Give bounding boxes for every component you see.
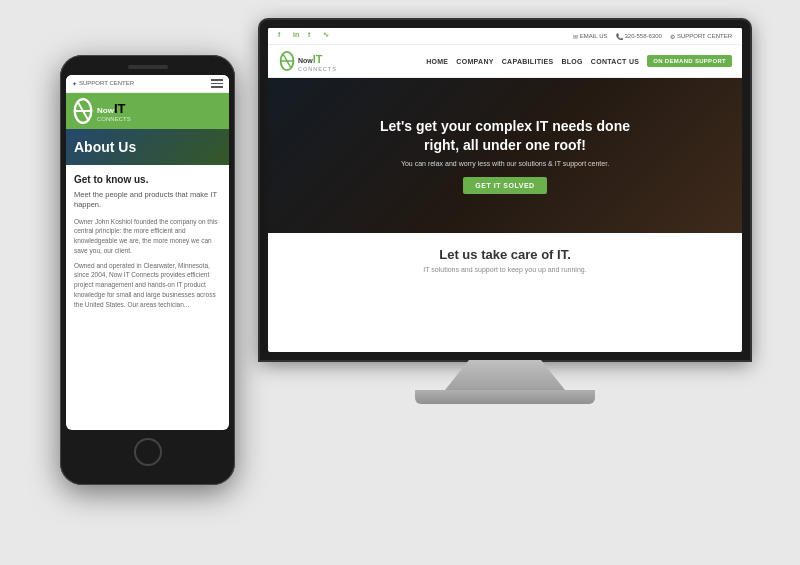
phone-heading: Get to know us.	[74, 173, 221, 187]
hero-subtitle: You can relax and worry less with our so…	[401, 160, 609, 167]
phone-screen: ✦ SUPPORT CENTER NowIT	[66, 75, 229, 430]
phone-home-button[interactable]	[134, 438, 162, 466]
nav-contact[interactable]: CONTACT US	[591, 58, 639, 65]
monitor-screen-wrapper: f in t ∿ ✉ EMAIL US 📞 320-558-6300 ⚙ SUP…	[260, 20, 750, 360]
nav-home[interactable]: HOME	[426, 58, 448, 65]
social-icons: f in t ∿	[278, 31, 333, 41]
phone-para-2: Owned and operated in Clearwater, Minnes…	[74, 261, 221, 310]
nav-company[interactable]: COMPANY	[456, 58, 493, 65]
email-us-link[interactable]: ✉ EMAIL US	[573, 33, 608, 40]
phone-speaker	[128, 65, 168, 69]
hero-title: Let's get your complex IT needs done rig…	[365, 117, 645, 153]
phone-para-1: Owner John Koshiol founded the company o…	[74, 217, 221, 256]
hero-cta-button[interactable]: GET IT SOLVED	[463, 177, 546, 194]
phone-lead: Meet the people and products that make I…	[74, 190, 221, 211]
desktop-section: Let us take care of IT. IT solutions and…	[268, 233, 742, 287]
phone-logo-connects: CONNECTS	[97, 116, 131, 122]
linkedin-icon[interactable]: in	[293, 31, 303, 41]
phone-logo-now: Now	[97, 106, 114, 115]
desktop-hero: Let's get your complex IT needs done rig…	[268, 78, 742, 233]
phone-topbar: ✦ SUPPORT CENTER	[66, 75, 229, 93]
desktop-topbar: f in t ∿ ✉ EMAIL US 📞 320-558-6300 ⚙ SUP…	[268, 28, 742, 45]
phone-body: Get to know us. Meet the people and prod…	[66, 165, 229, 323]
logo-connects: CONNECTS	[298, 66, 337, 72]
logo-it: IT	[313, 53, 323, 65]
monitor-base	[415, 390, 595, 404]
mobile-phone: ✦ SUPPORT CENTER NowIT	[60, 55, 235, 485]
hamburger-menu[interactable]	[211, 79, 223, 88]
phone-about-header: About Us	[66, 129, 229, 165]
site-logo: NowIT CONNECTS	[278, 50, 337, 72]
phone-about-title: About Us	[74, 139, 221, 155]
scene: f in t ∿ ✉ EMAIL US 📞 320-558-6300 ⚙ SUP…	[0, 0, 800, 565]
topbar-right: ✉ EMAIL US 📞 320-558-6300 ⚙ SUPPORT CENT…	[573, 33, 732, 40]
section-subtitle: IT solutions and support to keep you up …	[278, 266, 732, 273]
logo-oval-icon	[278, 51, 296, 71]
desktop-nav: NowIT CONNECTS HOME COMPANY CAPABILITIES…	[268, 45, 742, 78]
logo-now: Now	[298, 57, 313, 64]
phone-link[interactable]: 📞 320-558-6300	[616, 33, 662, 40]
nav-capabilities[interactable]: CAPABILITIES	[502, 58, 554, 65]
phone-logo-bar: NowIT CONNECTS	[66, 93, 229, 129]
phone-logo-it: IT	[114, 101, 126, 116]
desktop-monitor: f in t ∿ ✉ EMAIL US 📞 320-558-6300 ⚙ SUP…	[240, 20, 770, 440]
logo-text: NowIT CONNECTS	[298, 50, 337, 72]
phone-support-center[interactable]: ✦ SUPPORT CENTER	[72, 80, 134, 87]
twitter-icon[interactable]: t	[308, 31, 318, 41]
section-title: Let us take care of IT.	[278, 247, 732, 262]
monitor-screen: f in t ∿ ✉ EMAIL US 📞 320-558-6300 ⚙ SUP…	[268, 28, 742, 352]
monitor-stand	[445, 360, 565, 390]
phone-logo-text: NowIT CONNECTS	[97, 100, 131, 122]
support-icon: ✦	[72, 80, 77, 87]
support-center-link[interactable]: ⚙ SUPPORT CENTER	[670, 33, 732, 40]
nav-links: HOME COMPANY CAPABILITIES BLOG CONTACT U…	[426, 55, 732, 67]
phone-logo-icon	[72, 98, 94, 124]
nav-blog[interactable]: BLOG	[561, 58, 582, 65]
nav-cta-button[interactable]: ON DEMAND SUPPORT	[647, 55, 732, 67]
facebook-icon[interactable]: f	[278, 31, 288, 41]
rss-icon[interactable]: ∿	[323, 31, 333, 41]
